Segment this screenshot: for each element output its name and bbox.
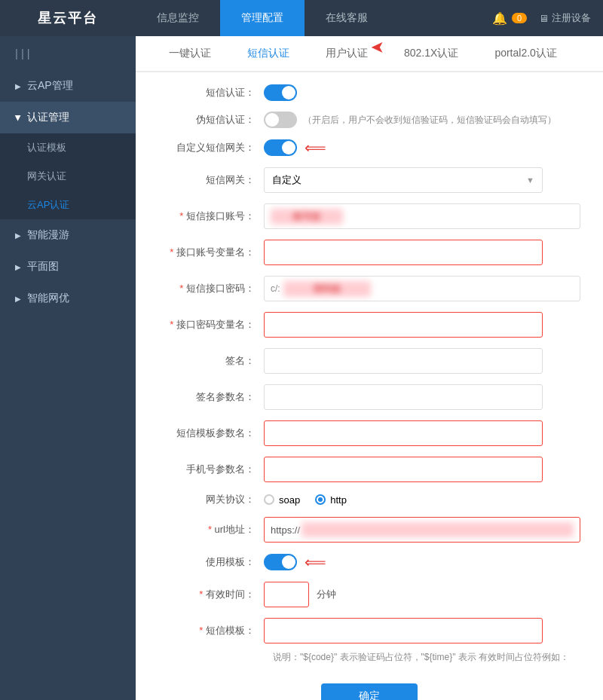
arrow-down-icon: ▶	[14, 115, 23, 121]
account-interface-row: * 短信接口账号： 账号值	[158, 203, 580, 229]
sms-template-param-label: 短信模板参数名：	[158, 426, 264, 440]
sign-param-row: 签名参数名：	[158, 384, 580, 410]
account-var-label: * 接口账号变量名：	[158, 246, 264, 259]
use-template-toggle[interactable]	[264, 554, 297, 570]
hint-text: "${code}" 表示验证码占位符，"${time}" 表示 有效时间占位符例…	[300, 651, 569, 664]
custom-gateway-toggle[interactable]	[264, 139, 297, 156]
account-blurred-value: 账号值	[271, 209, 343, 225]
valid-time-row: * 有效时间： 5 分钟	[158, 582, 580, 607]
sidebar-item-floor-plan[interactable]: ▶ 平面图	[0, 251, 136, 283]
password-interface-input-wrap: c/: 密码值	[264, 276, 580, 301]
valid-time-input[interactable]: 5	[264, 582, 309, 607]
sign-param-input[interactable]	[264, 384, 543, 410]
valid-time-label: * 有效时间：	[158, 588, 264, 601]
logo: 星云平台	[0, 9, 136, 27]
password-blurred2: 密码值	[283, 281, 371, 297]
register-device[interactable]: 🖥 注册设备	[539, 11, 591, 25]
custom-gateway-row: 自定义短信网关： ⟸	[158, 139, 580, 157]
sidebar-item-cloud-ap[interactable]: ▶ 云AP管理	[0, 70, 136, 102]
gateway-label: 短信网关：	[158, 173, 264, 187]
sidebar: ||| ▶ 云AP管理 ▶ 认证管理 认证模板 网关认证 云AP认证 ▶ 智能漫…	[0, 36, 136, 700]
fake-sms-label: 伪短信认证：	[158, 113, 264, 127]
nav-right: 🔔 0 🖥 注册设备	[480, 11, 603, 26]
gateway-select[interactable]: 自定义 ▼	[264, 167, 543, 193]
sms-template-label: * 短信模板：	[158, 624, 264, 637]
valid-time-unit: 分钟	[317, 588, 336, 601]
sms-template-param-input[interactable]: content	[264, 420, 543, 446]
bell-item[interactable]: 🔔 0	[492, 11, 527, 26]
protocol-soap-radio[interactable]: soap	[264, 494, 300, 506]
mobile-param-input[interactable]: mobile	[264, 457, 543, 482]
account-interface-input-wrap: 账号值	[264, 203, 580, 229]
nav-tab-manage[interactable]: 管理配置	[220, 0, 305, 36]
soap-radio-circle	[264, 494, 274, 505]
password-interface-row: * 短信接口密码： c/: 密码值	[158, 276, 580, 301]
fake-sms-hint: （开启后，用户不会收到短信验证码，短信验证码会自动填写）	[303, 114, 556, 127]
top-nav: 星云平台 信息监控 管理配置 在线客服 🔔 0 🖥 注册设备	[0, 0, 603, 36]
sidebar-item-smart-roam[interactable]: ▶ 智能漫游	[0, 219, 136, 251]
sms-auth-row: 短信认证：	[158, 84, 580, 101]
account-interface-label: * 短信接口账号：	[158, 209, 264, 223]
sms-template-input[interactable]: 您的验证码是${code}，${time}分钟内有效。	[264, 618, 543, 643]
protocol-http-radio[interactable]: http	[315, 494, 347, 506]
use-template-arrow: ⟸	[305, 553, 326, 571]
sidebar-sub-gateway-auth[interactable]: 网关认证	[0, 162, 136, 191]
url-prefix: https://	[271, 524, 300, 536]
custom-gateway-label: 自定义短信网关：	[158, 141, 264, 154]
device-icon: 🖥	[539, 13, 549, 24]
confirm-btn-row: 确定	[158, 676, 580, 700]
tab-sms[interactable]: 短信认证	[229, 36, 308, 71]
sub-tabs: 一键认证 短信认证 ➤ 用户认证 802.1X认证 portal2.0认证	[136, 36, 603, 72]
hint-label: 说明：	[273, 651, 300, 664]
url-input-wrap: https://	[264, 517, 580, 543]
sidebar-item-smart-net[interactable]: ▶ 智能网优	[0, 283, 136, 314]
sms-template-row: * 短信模板： 您的验证码是${code}，${time}分钟内有效。	[158, 618, 580, 643]
sms-auth-label: 短信认证：	[158, 86, 264, 99]
custom-gateway-arrow: ⟸	[305, 139, 326, 157]
bell-badge: 0	[512, 13, 527, 23]
bell-icon: 🔔	[492, 11, 507, 26]
sign-row: 签名：	[158, 348, 580, 374]
use-template-label: 使用模板：	[158, 555, 264, 569]
sms-auth-toggle[interactable]	[264, 84, 297, 101]
select-arrow-icon: ▼	[526, 176, 534, 185]
sign-input[interactable]	[264, 348, 543, 374]
sidebar-item-auth-manage[interactable]: ▶ 认证管理	[0, 102, 136, 133]
sidebar-toggle[interactable]: |||	[0, 36, 136, 70]
content-area: 一键认证 短信认证 ➤ 用户认证 802.1X认证 portal2.0认证 短信…	[136, 36, 603, 700]
arrow-right-icon4: ▶	[15, 295, 21, 303]
arrow-right-icon: ▶	[15, 82, 21, 90]
tab-one-key[interactable]: 一键认证	[151, 36, 229, 71]
nav-tab-info[interactable]: 信息监控	[136, 0, 220, 36]
tab-portal[interactable]: portal2.0认证	[476, 36, 574, 71]
arrow-right-icon3: ▶	[15, 263, 21, 271]
mobile-param-row: 手机号参数名： mobile	[158, 457, 580, 482]
form-area: 短信认证： 伪短信认证： （开启后，用户不会收到短信验证码，短信验证码会自动填写…	[136, 72, 603, 700]
password-var-label: * 接口密码变量名：	[158, 318, 264, 332]
account-var-row: * 接口账号变量名： account	[158, 240, 580, 265]
sign-param-label: 签名参数名：	[158, 390, 264, 404]
protocol-row: 网关协议： soap http	[158, 493, 580, 506]
protocol-radio-group: soap http	[264, 494, 347, 506]
fake-sms-row: 伪短信认证： （开启后，用户不会收到短信验证码，短信验证码会自动填写）	[158, 112, 580, 128]
url-row: * url地址： https://	[158, 517, 580, 543]
password-interface-label: * 短信接口密码：	[158, 282, 264, 295]
url-label: * url地址：	[158, 523, 264, 536]
password-var-input[interactable]: password	[264, 312, 543, 338]
tab-8021x[interactable]: 802.1X认证	[386, 36, 476, 71]
fake-sms-toggle[interactable]	[264, 112, 297, 128]
hint-row: 说明： "${code}" 表示验证码占位符，"${time}" 表示 有效时间…	[158, 651, 580, 664]
sidebar-sub-auth-template[interactable]: 认证模板	[0, 133, 136, 162]
sidebar-sub-cloud-ap-auth[interactable]: 云AP认证	[0, 191, 136, 219]
confirm-button[interactable]: 确定	[321, 683, 418, 700]
sign-label: 签名：	[158, 354, 264, 368]
nav-tabs: 信息监控 管理配置 在线客服	[136, 0, 389, 36]
sms-template-param-row: 短信模板参数名： content	[158, 420, 580, 446]
account-var-input[interactable]: account	[264, 240, 543, 265]
password-var-row: * 接口密码变量名： password	[158, 312, 580, 338]
url-blurred	[302, 522, 574, 537]
red-arrow-indicator: ➤	[371, 38, 384, 57]
http-radio-circle	[315, 494, 326, 505]
nav-tab-service[interactable]: 在线客服	[305, 0, 389, 36]
arrow-right-icon2: ▶	[15, 231, 21, 240]
